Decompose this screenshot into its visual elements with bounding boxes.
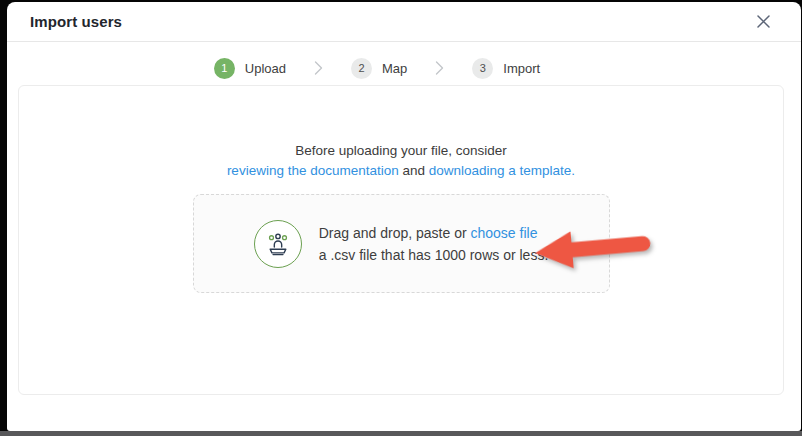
step-number-badge: 3 — [472, 58, 493, 79]
close-button[interactable] — [752, 10, 775, 33]
step-number-badge: 1 — [214, 58, 235, 79]
file-dropzone[interactable]: Drag and drop, paste or choose file a .c… — [193, 194, 610, 293]
dropzone-text: Drag and drop, paste or choose file a .c… — [319, 222, 549, 266]
intro-line-1: Before uploading your file, consider — [19, 141, 783, 161]
dropzone-hint-text: a .csv file that has 1000 rows or less. — [319, 247, 549, 263]
documentation-link[interactable]: reviewing the documentation — [227, 163, 399, 178]
step-label: Upload — [245, 61, 286, 76]
step-map: 2 Map — [351, 58, 407, 79]
intro-line-2: reviewing the documentation and download… — [19, 161, 783, 181]
step-label: Import — [503, 61, 540, 76]
step-upload: 1 Upload — [214, 58, 286, 79]
chevron-right-icon — [314, 60, 323, 76]
chevron-right-icon — [435, 60, 444, 76]
intro-and-text: and — [399, 163, 429, 178]
dialog-title: Import users — [30, 13, 122, 30]
step-import: 3 Import — [472, 58, 540, 79]
close-icon — [756, 14, 771, 29]
import-users-dialog: Import users 1 Upload 2 Map 3 Import — [7, 2, 801, 431]
step-label: Map — [382, 61, 407, 76]
import-users-tray-icon — [254, 220, 302, 268]
dropzone-action-text: Drag and drop, paste or — [319, 225, 471, 241]
dialog-header: Import users — [7, 2, 801, 42]
intro-text: Before uploading your file, consider rev… — [19, 141, 783, 181]
upload-panel: Before uploading your file, consider rev… — [18, 85, 784, 395]
choose-file-link[interactable]: choose file — [470, 225, 537, 241]
window-bottom-border — [0, 431, 802, 436]
step-number-badge: 2 — [351, 58, 372, 79]
download-template-link[interactable]: downloading a template. — [429, 163, 575, 178]
